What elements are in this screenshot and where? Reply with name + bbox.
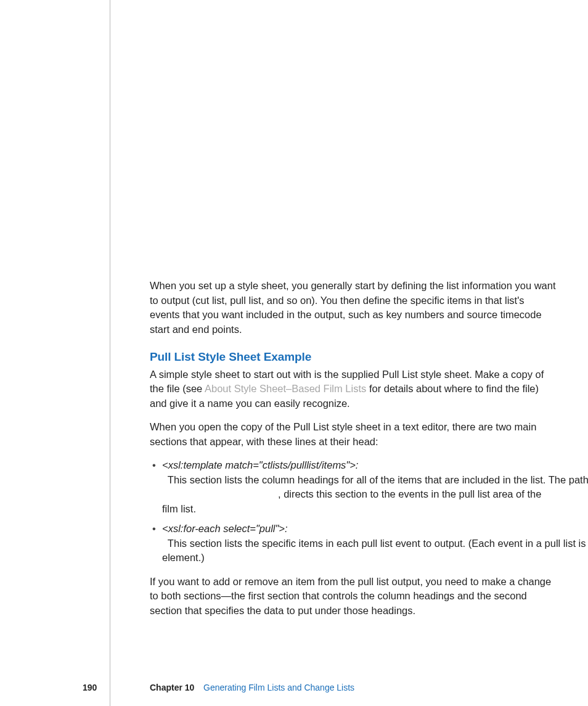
left-margin-rule <box>110 0 110 706</box>
section-heading: Pull List Style Sheet Example <box>150 350 557 364</box>
closing-paragraph: If you want to add or remove an item fro… <box>150 575 557 618</box>
bullet-list: <xsl:template match="ctlists/pulllist/it… <box>150 458 557 565</box>
list-item: <xsl:for-each select="pull">: This secti… <box>150 522 557 565</box>
list-item: <xsl:template match="ctlists/pulllist/it… <box>150 458 557 516</box>
intro-paragraph: When you set up a style sheet, you gener… <box>150 279 557 337</box>
paragraph-3: When you open the copy of the Pull List … <box>150 420 557 449</box>
bullet-1-text-a: This section lists the column headings f… <box>162 474 588 485</box>
bullet-2-text-b: element.) <box>162 552 205 563</box>
paragraph-2: A simple style sheet to start out with i… <box>150 367 557 411</box>
chapter-label: Chapter 10 <box>150 683 194 692</box>
bullet-1-term: <xsl:template match="ctlists/pulllist/it… <box>162 459 358 470</box>
body-content: When you set up a style sheet, you gener… <box>150 279 557 627</box>
page-number: 190 <box>83 683 97 692</box>
bullet-2-term: <xsl:for-each select="pull">: <box>162 523 288 534</box>
style-sheet-film-lists-link[interactable]: About Style Sheet–Based Film Lists <box>205 383 366 394</box>
chapter-title-link[interactable]: Generating Film Lists and Change Lists <box>203 683 354 692</box>
bullet-2-text-a: This section lists the specific items in… <box>162 538 588 549</box>
bullet-1-text-b: , directs this section to the events in … <box>162 488 541 514</box>
